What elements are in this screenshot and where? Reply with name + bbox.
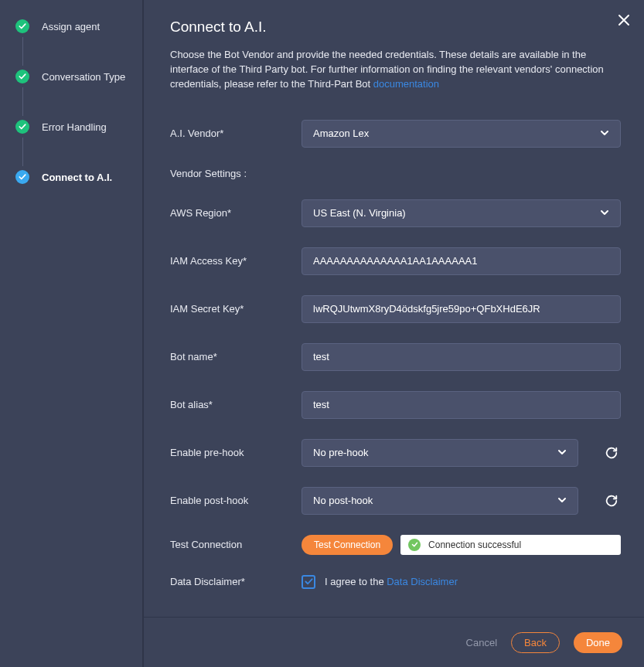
test-connection-button[interactable]: Test Connection	[302, 535, 393, 555]
check-icon	[15, 170, 29, 184]
check-icon	[305, 577, 313, 586]
input-iam-access-key-wrapper	[302, 247, 621, 275]
status-text: Connection successful	[428, 539, 521, 550]
row-iam-access-key: IAM Access Key*	[170, 247, 621, 275]
chevron-down-icon	[557, 446, 567, 460]
disclaimer-text: I agree to the Data Disclaimer	[325, 576, 458, 587]
step-list: Assign agent Conversation Type Error Han…	[15, 15, 135, 188]
input-iam-secret-key-wrapper	[302, 295, 621, 323]
row-pre-hook: Enable pre-hook No pre-hook	[170, 439, 621, 467]
select-post-hook[interactable]: No post-hook	[302, 487, 578, 515]
step-label: Error Handling	[42, 121, 107, 133]
input-bot-name[interactable]	[313, 351, 609, 362]
input-iam-access-key[interactable]	[313, 255, 609, 267]
row-test-connection: Test Connection Test Connection Connecti…	[170, 535, 621, 555]
check-icon	[15, 19, 29, 33]
description: Choose the Bot Vendor and provide the ne…	[170, 48, 621, 92]
refresh-icon	[605, 494, 618, 508]
refresh-pre-hook-button[interactable]	[602, 444, 621, 462]
select-ai-vendor[interactable]: Amazon Lex	[302, 120, 621, 148]
input-bot-alias[interactable]	[313, 399, 609, 410]
label-iam-access-key: IAM Access Key*	[170, 255, 302, 267]
refresh-post-hook-button[interactable]	[602, 492, 621, 510]
close-icon	[618, 14, 630, 26]
row-bot-name: Bot name*	[170, 343, 621, 371]
page-title: Connect to A.I.	[170, 19, 621, 36]
step-connect-ai[interactable]: Connect to A.I.	[15, 166, 135, 188]
label-bot-alias: Bot alias*	[170, 399, 302, 410]
input-iam-secret-key[interactable]	[313, 303, 609, 315]
step-label: Conversation Type	[42, 71, 125, 83]
connection-status: Connection successful	[400, 535, 621, 555]
label-ai-vendor: A.I. Vendor*	[170, 128, 302, 139]
close-button[interactable]	[615, 11, 633, 29]
select-value: Amazon Lex	[313, 128, 369, 139]
chevron-down-icon	[557, 494, 567, 508]
step-connector	[22, 87, 23, 116]
row-ai-vendor: A.I. Vendor* Amazon Lex	[170, 120, 621, 148]
app-container: Assign agent Conversation Type Error Han…	[0, 0, 644, 667]
content-area: Connect to A.I. Choose the Bot Vendor an…	[144, 0, 644, 618]
chevron-down-icon	[600, 206, 609, 220]
step-conversation-type[interactable]: Conversation Type	[15, 66, 135, 87]
label-post-hook: Enable post-hook	[170, 495, 302, 506]
refresh-icon	[605, 446, 618, 460]
disclaimer-checkbox[interactable]	[302, 575, 315, 589]
check-icon	[15, 70, 29, 83]
vendor-settings-label: Vendor Settings :	[170, 168, 621, 179]
row-disclaimer: Data Disclaimer* I agree to the Data Dis…	[170, 575, 621, 589]
chevron-down-icon	[600, 127, 609, 141]
label-pre-hook: Enable pre-hook	[170, 447, 302, 458]
step-connector	[22, 138, 23, 166]
footer: Cancel Back Done	[144, 618, 644, 667]
row-aws-region: AWS Region* US East (N. Virginia)	[170, 199, 621, 227]
back-button[interactable]: Back	[511, 632, 560, 653]
select-value: No post-hook	[313, 495, 373, 506]
select-value: US East (N. Virginia)	[313, 207, 406, 219]
disclaimer-link[interactable]: Data Disclaimer	[387, 576, 458, 587]
select-aws-region[interactable]: US East (N. Virginia)	[302, 199, 621, 227]
main-panel: Connect to A.I. Choose the Bot Vendor an…	[144, 0, 644, 667]
row-post-hook: Enable post-hook No post-hook	[170, 487, 621, 515]
success-icon	[408, 539, 421, 551]
row-bot-alias: Bot alias*	[170, 391, 621, 419]
input-bot-alias-wrapper	[302, 391, 621, 419]
label-disclaimer: Data Disclaimer*	[170, 576, 302, 587]
documentation-link[interactable]: documentation	[373, 78, 439, 90]
step-error-handling[interactable]: Error Handling	[15, 116, 135, 138]
check-icon	[15, 120, 29, 134]
done-button[interactable]: Done	[574, 632, 622, 653]
row-iam-secret-key: IAM Secret Key*	[170, 295, 621, 323]
label-bot-name: Bot name*	[170, 351, 302, 362]
disclaimer-prefix: I agree to the	[325, 576, 387, 587]
label-aws-region: AWS Region*	[170, 207, 302, 219]
wizard-sidebar: Assign agent Conversation Type Error Han…	[0, 0, 144, 667]
step-assign-agent[interactable]: Assign agent	[15, 15, 135, 37]
label-iam-secret-key: IAM Secret Key*	[170, 303, 302, 315]
select-value: No pre-hook	[313, 447, 369, 458]
input-bot-name-wrapper	[302, 343, 621, 371]
step-label: Assign agent	[42, 21, 100, 32]
cancel-button[interactable]: Cancel	[466, 637, 497, 648]
step-connector	[22, 37, 23, 66]
step-label: Connect to A.I.	[42, 172, 112, 183]
label-test-connection: Test Connection	[170, 539, 302, 550]
select-pre-hook[interactable]: No pre-hook	[302, 439, 578, 467]
